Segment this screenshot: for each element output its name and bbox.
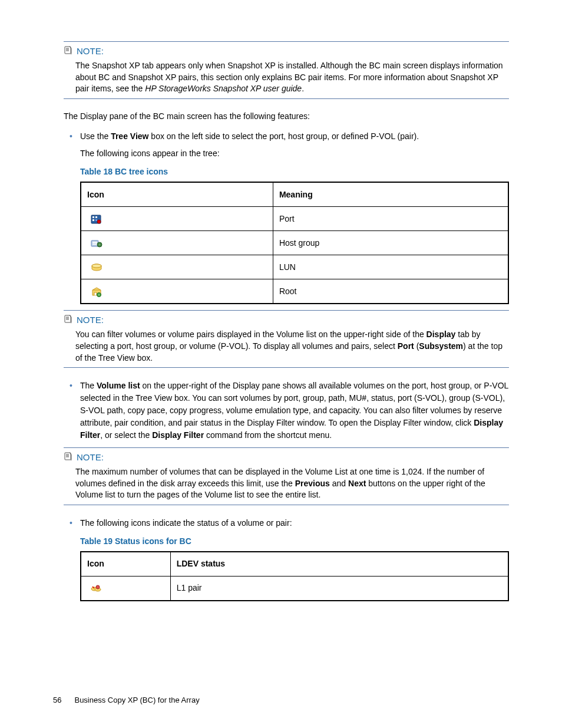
rule (64, 447, 509, 448)
status-icons-table: Icon LDEV status L1 pair (80, 551, 509, 601)
table-row: LUN (81, 255, 508, 279)
rule (64, 310, 509, 311)
bullet-text: Use the (80, 131, 111, 141)
meaning-cell: Host group (273, 231, 508, 255)
display-filter-bold-2: Display Filter (152, 430, 204, 440)
note-icon (64, 452, 73, 463)
tree-view-label: Tree View (111, 131, 148, 141)
svg-rect-11 (92, 242, 97, 243)
document-page: NOTE: The Snapshot XP tab appears only w… (0, 0, 562, 728)
t: , or select the (100, 430, 152, 440)
table-header-row: Icon Meaning (81, 182, 508, 207)
rule (64, 505, 509, 505)
lun-icon (81, 255, 273, 279)
svg-rect-7 (92, 219, 94, 221)
next-bold: Next (348, 479, 366, 488)
table-row: L1 pair (81, 576, 508, 601)
bullet-list: The Volume list on the upper-right of th… (70, 380, 509, 442)
note-italic: HP StorageWorks Snapshot XP user guide (145, 84, 302, 93)
bullet-list: Use the Tree View box on the left side t… (70, 130, 509, 304)
note-tail: . (302, 84, 304, 93)
col-icon: Icon (81, 552, 170, 577)
list-item: Use the Tree View box on the left side t… (70, 130, 509, 304)
table-caption: Table 19 Status icons for BC (80, 535, 509, 548)
svg-rect-6 (95, 216, 97, 218)
table-row: Root (81, 279, 508, 304)
status-cell: L1 pair (170, 576, 508, 601)
t: on the upper-right of the Display pane s… (80, 381, 508, 427)
l1-pair-icon (81, 576, 170, 601)
note-icon (64, 45, 73, 57)
col-icon: Icon (81, 182, 273, 207)
t: You can filter volumes or volume pairs d… (75, 330, 427, 339)
footer-title: Business Copy XP (BC) for the Array (74, 696, 199, 704)
t: and (330, 479, 348, 488)
previous-bold: Previous (295, 479, 330, 488)
note-label: NOTE: (77, 452, 104, 462)
bullet-text: box on the left side to select the port,… (148, 131, 419, 141)
rule (64, 41, 509, 42)
note-heading: NOTE: (64, 314, 509, 325)
list-item: The following icons indicate the status … (70, 517, 509, 601)
page-footer: 56 Business Copy XP (BC) for the Array (53, 696, 200, 704)
note-block-1: NOTE: The Snapshot XP tab appears only w… (64, 41, 509, 99)
list-item: The Volume list on the upper-right of th… (70, 380, 509, 442)
meaning-cell: LUN (273, 255, 508, 279)
svg-point-9 (97, 220, 101, 223)
volume-list-bold: Volume list (97, 381, 140, 390)
note-block-2: NOTE: You can filter volumes or volume p… (64, 310, 509, 368)
note-label: NOTE: (77, 46, 104, 56)
svg-rect-12 (92, 243, 97, 245)
rule (64, 367, 509, 368)
root-icon (81, 279, 273, 304)
bc-tree-icons-table: Icon Meaning Port Host group (80, 182, 509, 304)
svg-rect-8 (95, 219, 97, 221)
svg-rect-5 (92, 216, 94, 218)
paragraph: The Display pane of the BC main screen h… (64, 111, 509, 123)
note-heading: NOTE: (64, 452, 509, 463)
col-meaning: Meaning (273, 182, 508, 207)
bullet-text: The following icons indicate the status … (80, 518, 292, 528)
meaning-cell: Port (273, 207, 508, 231)
note-body: You can filter volumes or volume pairs d… (75, 329, 509, 364)
sub-text: The following icons appear in the tree: (80, 147, 509, 160)
svg-rect-22 (65, 453, 71, 460)
svg-rect-0 (65, 47, 71, 54)
svg-point-28 (96, 585, 100, 589)
note-body: The Snapshot XP tab appears only when Sn… (75, 60, 509, 95)
svg-point-16 (92, 264, 101, 268)
col-ldev-status: LDEV status (170, 552, 508, 577)
svg-rect-18 (65, 315, 71, 322)
note-body: The maximum number of volumes that can b… (75, 466, 509, 501)
note-label: NOTE: (77, 315, 104, 325)
note-icon (64, 314, 73, 325)
t: command from the shortcut menu. (204, 430, 332, 440)
table-row: Host group (81, 231, 508, 255)
note-block-3: NOTE: The maximum number of volumes that… (64, 447, 509, 505)
svg-rect-14 (99, 244, 101, 246)
table-caption: Table 18 BC tree icons (80, 166, 509, 178)
page-number: 56 (53, 696, 61, 704)
port-bold: Port (398, 341, 414, 351)
host-group-icon (81, 231, 273, 255)
subsystem-bold: Subsystem (419, 341, 463, 351)
table-header-row: Icon LDEV status (81, 552, 508, 577)
table-row: Port (81, 207, 508, 231)
bullet-list: The following icons indicate the status … (70, 517, 509, 601)
t: The (80, 381, 97, 390)
meaning-cell: Root (273, 279, 508, 304)
display-bold: Display (427, 330, 456, 339)
rule (64, 98, 509, 99)
note-heading: NOTE: (64, 45, 509, 57)
port-icon (81, 207, 273, 231)
